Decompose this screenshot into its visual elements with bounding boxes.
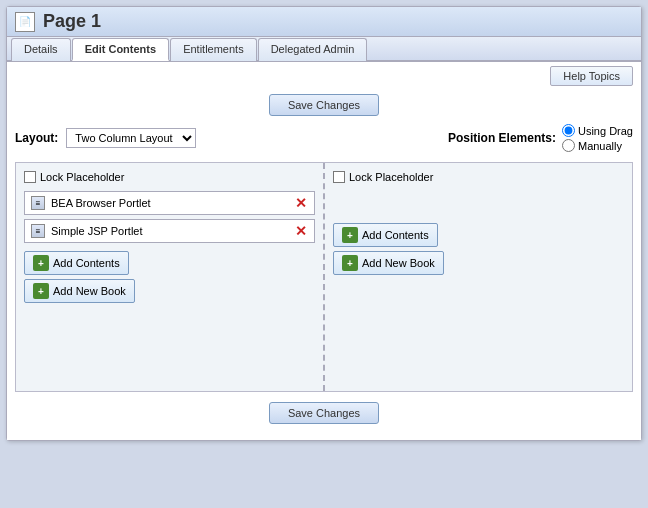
portlet-item-bea: ≡ BEA Browser Portlet ✕ bbox=[24, 191, 315, 215]
add-new-book-icon-col2: + bbox=[342, 255, 358, 271]
add-new-book-button-col2[interactable]: + Add New Book bbox=[333, 251, 444, 275]
tab-edit-contents[interactable]: Edit Contents bbox=[72, 38, 170, 61]
layout-label: Layout: bbox=[15, 131, 58, 145]
portlet-remove-bea[interactable]: ✕ bbox=[294, 196, 308, 210]
add-new-book-label-col2: Add New Book bbox=[362, 257, 435, 269]
tab-entitlements[interactable]: Entitlements bbox=[170, 38, 257, 61]
add-contents-label-col2: Add Contents bbox=[362, 229, 429, 241]
lock-placeholder-row-2: Lock Placeholder bbox=[333, 171, 624, 183]
portlet-icon-bea: ≡ bbox=[31, 196, 45, 210]
radio-manually-label: Manually bbox=[578, 140, 622, 152]
portlet-item-jsp: ≡ Simple JSP Portlet ✕ bbox=[24, 219, 315, 243]
portlet-remove-jsp[interactable]: ✕ bbox=[294, 224, 308, 238]
col-2-buttons: + Add Contents + Add New Book bbox=[333, 223, 624, 275]
add-contents-button-col2[interactable]: + Add Contents bbox=[333, 223, 438, 247]
portlet-icon-jsp: ≡ bbox=[31, 224, 45, 238]
layout-select[interactable]: Two Column Layout bbox=[66, 128, 196, 148]
layout-row: Layout: Two Column Layout Position Eleme… bbox=[15, 124, 633, 152]
add-contents-button-col1[interactable]: + Add Contents bbox=[24, 251, 129, 275]
page-icon: 📄 bbox=[15, 12, 35, 32]
lock-placeholder-label-1: Lock Placeholder bbox=[40, 171, 124, 183]
portlet-name-jsp: Simple JSP Portlet bbox=[51, 225, 288, 237]
radio-manually[interactable]: Manually bbox=[562, 139, 633, 152]
add-contents-icon-col2: + bbox=[342, 227, 358, 243]
column-2: Lock Placeholder + Add Contents + Add Ne… bbox=[325, 163, 632, 391]
portlet-name-bea: BEA Browser Portlet bbox=[51, 197, 288, 209]
columns-area: Lock Placeholder ≡ BEA Browser Portlet ✕… bbox=[15, 162, 633, 392]
add-new-book-icon-col1: + bbox=[33, 283, 49, 299]
tab-details[interactable]: Details bbox=[11, 38, 71, 61]
title-bar: 📄 Page 1 bbox=[7, 7, 641, 37]
lock-placeholder-checkbox-1[interactable] bbox=[24, 171, 36, 183]
add-contents-label-col1: Add Contents bbox=[53, 257, 120, 269]
lock-placeholder-checkbox-2[interactable] bbox=[333, 171, 345, 183]
radio-using-drag[interactable]: Using Drag bbox=[562, 124, 633, 137]
save-changes-top-button[interactable]: Save Changes bbox=[269, 94, 379, 116]
column-1: Lock Placeholder ≡ BEA Browser Portlet ✕… bbox=[16, 163, 325, 391]
add-new-book-button-col1[interactable]: + Add New Book bbox=[24, 279, 135, 303]
main-content: Save Changes Layout: Two Column Layout P… bbox=[7, 90, 641, 440]
tab-delegated-admin[interactable]: Delegated Admin bbox=[258, 38, 368, 61]
save-changes-bottom-row: Save Changes bbox=[15, 402, 633, 424]
page-container: 📄 Page 1 Details Edit Contents Entitleme… bbox=[6, 6, 642, 441]
radio-group: Using Drag Manually bbox=[562, 124, 633, 152]
save-changes-bottom-button[interactable]: Save Changes bbox=[269, 402, 379, 424]
help-topics-bar: Help Topics bbox=[7, 62, 641, 90]
remove-icon-jsp: ✕ bbox=[295, 224, 307, 238]
page-title: Page 1 bbox=[43, 11, 101, 32]
save-changes-top-row: Save Changes bbox=[15, 94, 633, 116]
col-1-buttons: + Add Contents + Add New Book bbox=[24, 251, 315, 303]
layout-left: Layout: Two Column Layout bbox=[15, 128, 196, 148]
help-topics-button[interactable]: Help Topics bbox=[550, 66, 633, 86]
position-elements: Position Elements: Using Drag Manually bbox=[448, 124, 633, 152]
radio-using-drag-label: Using Drag bbox=[578, 125, 633, 137]
add-contents-icon-col1: + bbox=[33, 255, 49, 271]
add-new-book-label-col1: Add New Book bbox=[53, 285, 126, 297]
remove-icon-bea: ✕ bbox=[295, 196, 307, 210]
lock-placeholder-label-2: Lock Placeholder bbox=[349, 171, 433, 183]
tabs-bar: Details Edit Contents Entitlements Deleg… bbox=[7, 37, 641, 62]
position-elements-label: Position Elements: bbox=[448, 131, 556, 145]
lock-placeholder-row-1: Lock Placeholder bbox=[24, 171, 315, 183]
